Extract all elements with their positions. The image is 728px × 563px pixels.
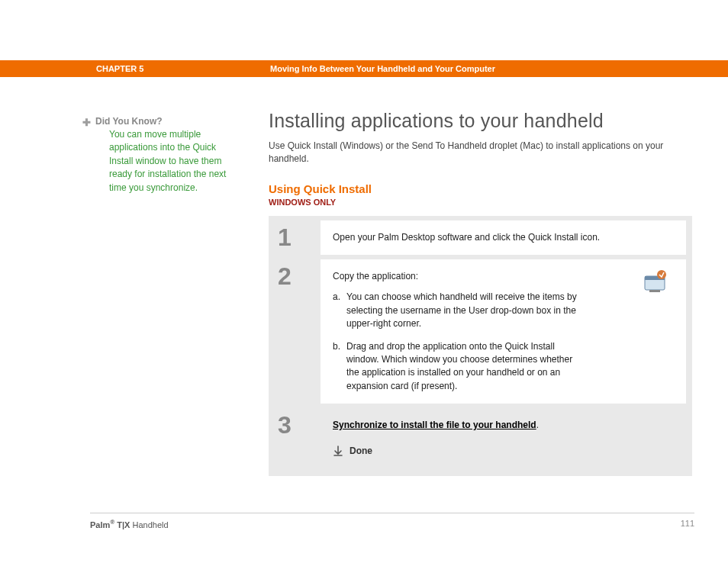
- done-label: Done: [350, 445, 372, 458]
- step-body: Open your Palm Desktop software and clic…: [321, 220, 686, 255]
- main-content: Installing applications to your handheld…: [269, 110, 692, 476]
- plus-icon: ✚: [82, 117, 91, 195]
- step-row: 3 Synchronize to install the file to you…: [275, 408, 686, 470]
- synchronize-link[interactable]: Synchronize to install the file to your …: [333, 420, 536, 430]
- chapter-label: CHAPTER 5: [96, 64, 143, 73]
- svg-point-3: [657, 270, 666, 279]
- step-text: Open your Palm Desktop software and clic…: [333, 232, 600, 243]
- step-lead: Copy the application:: [333, 270, 674, 283]
- footer-product: Palm® T|X Handheld: [90, 519, 169, 529]
- step-number: 1: [275, 220, 321, 255]
- sub-step: b. Drag and drop the application onto th…: [333, 340, 674, 394]
- step-body: Synchronize to install the file to your …: [321, 408, 686, 470]
- page-number: 111: [681, 519, 694, 528]
- step-row: 2 Copy the application: a. You can choos…: [275, 259, 686, 404]
- done-row: Done: [333, 445, 674, 458]
- sub-step-text: You can choose which handheld will recei…: [346, 291, 583, 330]
- step-number: 3: [275, 408, 321, 470]
- step-row: 1 Open your Palm Desktop software and cl…: [275, 220, 686, 255]
- down-arrow-icon: [333, 446, 343, 456]
- sub-step-text: Drag and drop the application onto the Q…: [346, 340, 583, 394]
- section-title: Using Quick Install: [269, 182, 692, 195]
- sub-step-list: a. You can choose which handheld will re…: [333, 291, 674, 393]
- sub-step-letter: b.: [333, 340, 346, 394]
- platform-note: WINDOWS ONLY: [269, 198, 692, 207]
- intro-paragraph: Use Quick Install (Windows) or the Send …: [269, 140, 673, 166]
- page-title: Installing applications to your handheld: [269, 110, 692, 132]
- steps-container: 1 Open your Palm Desktop software and cl…: [269, 216, 692, 476]
- chapter-title[interactable]: Moving Info Between Your Handheld and Yo…: [270, 64, 495, 73]
- sub-step: a. You can choose which handheld will re…: [333, 291, 674, 330]
- chapter-header-bar: CHAPTER 5 Moving Info Between Your Handh…: [0, 60, 728, 77]
- step-number: 2: [275, 259, 321, 404]
- period: .: [536, 420, 539, 430]
- svg-rect-2: [649, 290, 660, 292]
- tip-title: Did You Know?: [95, 116, 239, 127]
- step-body: Copy the application: a. You can choose …: [321, 259, 686, 404]
- footer-divider: [90, 513, 694, 513]
- quick-install-icon: [642, 270, 669, 294]
- sidebar-tip: ✚ Did You Know? You can move multiple ap…: [82, 116, 243, 195]
- sub-step-letter: a.: [333, 291, 346, 330]
- tip-body: You can move multiple applications into …: [109, 128, 239, 195]
